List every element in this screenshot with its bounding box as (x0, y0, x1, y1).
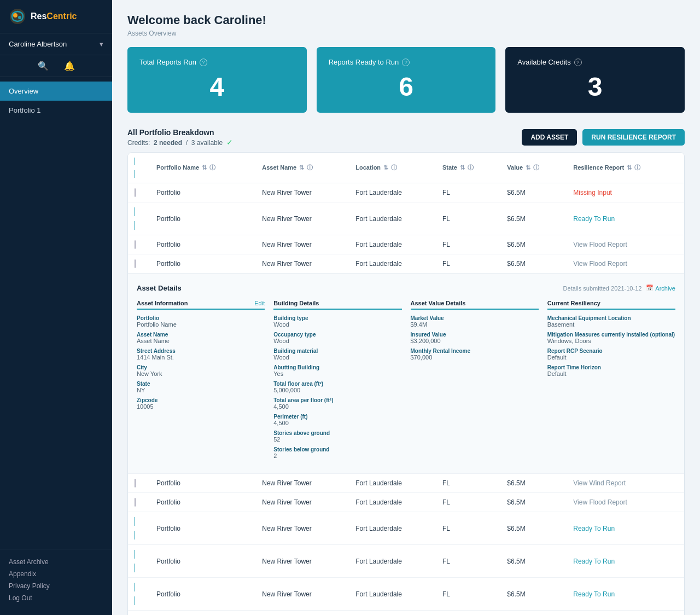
edit-asset-info[interactable]: Edit (254, 300, 265, 306)
row-checkbox[interactable] (135, 188, 136, 197)
cell-asset: New River Tower (255, 183, 349, 202)
run-report-button[interactable]: RUN RESILIENCE REPORT (582, 129, 685, 146)
table-header: Portfolio Name ⇅ ⓘ Asset Name ⇅ ⓘ Locati… (128, 153, 684, 183)
search-icon[interactable]: 🔍 (38, 61, 49, 71)
status-badge[interactable]: Ready To Run (573, 525, 615, 532)
row-checkbox[interactable] (135, 479, 136, 488)
sidebar-actions: 🔍 🔔 (0, 55, 112, 77)
portfolio-header: All Portfolio Breakdown Credits: 2 neede… (127, 128, 685, 147)
chevron-down-icon: ▾ (100, 40, 103, 48)
cell-location: Fort Lauderdale (349, 545, 436, 578)
cell-value: $6.5M (500, 545, 567, 578)
link-asset-archive[interactable]: Asset Archive (9, 558, 103, 566)
svg-point-1 (13, 13, 18, 18)
status-badge[interactable]: Ready To Run (573, 558, 615, 565)
cell-value: $6.5M (500, 474, 567, 493)
cell-state: FL (436, 493, 500, 512)
logo-icon (9, 8, 26, 25)
check-icon: ✓ (226, 138, 233, 147)
stat-cards: Total Reports Run ? 4 Reports Ready to R… (127, 47, 685, 113)
logo-text: ResCentric (31, 11, 77, 21)
table-row: Portfolio New River Tower Fort Lauderdal… (128, 611, 684, 616)
cell-asset: New River Tower (255, 474, 349, 493)
building-details-title: Building Details (273, 300, 319, 306)
bell-icon[interactable]: 🔔 (64, 61, 75, 71)
col-location: Location ⇅ ⓘ (349, 153, 436, 183)
link-appendix[interactable]: Appendix (9, 570, 103, 578)
asset-details-row: Asset Details Details submitted 2021-10-… (128, 274, 684, 474)
cell-value: $6.5M (500, 493, 567, 512)
cell-location: Fort Lauderdale (349, 235, 436, 254)
link-privacy-policy[interactable]: Privacy Policy (9, 582, 103, 590)
select-all-checkbox[interactable] (135, 158, 143, 178)
status-badge[interactable]: Missing Input (573, 189, 612, 196)
row-checkbox[interactable] (135, 240, 136, 249)
add-asset-button[interactable]: ADD ASSET (522, 129, 577, 146)
table-row: Portfolio New River Tower Fort Lauderdal… (128, 474, 684, 493)
svg-point-2 (18, 16, 21, 19)
logo: ResCentric (0, 0, 112, 33)
status-badge[interactable]: View Flood Report (573, 498, 627, 506)
stat-label-credits: Available Credits (517, 58, 570, 66)
cell-state: FL (436, 254, 500, 274)
cell-portfolio: Portfolio (150, 545, 255, 578)
portfolio-buttons: ADD ASSET RUN RESILIENCE REPORT (522, 129, 685, 146)
row-checkbox[interactable] (135, 517, 143, 539)
details-meta: Details submitted 2021-10-12 📅 Archive (563, 285, 675, 292)
asset-info-section: Asset Information Edit PortfolioPortfoli… (137, 300, 265, 463)
status-badge[interactable]: View Flood Report (573, 241, 627, 248)
cell-state: FL (436, 474, 500, 493)
sidebar-nav: Overview Portfolio 1 (0, 77, 112, 549)
table-row: Portfolio New River Tower Fort Lauderdal… (128, 545, 684, 578)
hint-icon-total[interactable]: ? (200, 59, 207, 66)
sidebar-item-overview[interactable]: Overview (0, 82, 112, 101)
cell-asset: New River Tower (255, 578, 349, 611)
credits-needed: 2 needed (154, 139, 182, 147)
details-grid: Asset Information Edit PortfolioPortfoli… (137, 300, 675, 463)
stat-value-total: 4 (139, 72, 295, 102)
cell-location: Fort Lauderdale (349, 578, 436, 611)
status-badge[interactable]: View Flood Report (573, 260, 627, 268)
stat-card-total-reports: Total Reports Run ? 4 (127, 47, 307, 113)
stat-label-ready: Reports Ready to Run (329, 58, 399, 66)
sidebar-item-portfolio1[interactable]: Portfolio 1 (0, 101, 112, 120)
row-checkbox[interactable] (135, 207, 143, 230)
cell-portfolio: Portfolio (150, 254, 255, 274)
cell-portfolio: Portfolio (150, 474, 255, 493)
col-portfolio: Portfolio Name ⇅ ⓘ (150, 153, 255, 183)
row-checkbox[interactable] (135, 259, 136, 268)
row-checkbox[interactable] (135, 498, 136, 507)
status-badge[interactable]: View Wind Report (573, 479, 626, 487)
cell-portfolio: Portfolio (150, 611, 255, 616)
cell-value: $6.5M (500, 202, 567, 235)
sidebar-bottom: Asset Archive Appendix Privacy Policy Lo… (0, 549, 112, 615)
cell-state: FL (436, 611, 500, 616)
portfolio-title: All Portfolio Breakdown (127, 128, 233, 137)
cell-location: Fort Lauderdale (349, 611, 436, 616)
row-checkbox[interactable] (135, 583, 143, 605)
welcome-title: Welcome back Caroline! (127, 13, 685, 27)
col-value: Value ⇅ ⓘ (500, 153, 567, 183)
status-badge[interactable]: Ready To Run (573, 590, 615, 598)
main-content: Welcome back Caroline! Assets Overview T… (112, 0, 700, 615)
hint-icon-ready[interactable]: ? (402, 59, 410, 66)
asset-details-panel: Asset Details Details submitted 2021-10-… (128, 274, 684, 473)
cell-asset: New River Tower (255, 611, 349, 616)
status-badge[interactable]: Ready To Run (573, 215, 615, 223)
table-row: Portfolio New River Tower Fort Lauderdal… (128, 183, 684, 202)
hint-icon-credits[interactable]: ? (574, 59, 582, 66)
table-row: Portfolio New River Tower Fort Lauderdal… (128, 202, 684, 235)
cell-portfolio: Portfolio (150, 512, 255, 545)
archive-link[interactable]: 📅 Archive (646, 285, 675, 292)
cell-state: FL (436, 235, 500, 254)
user-info[interactable]: Caroline Albertson ▾ (0, 33, 112, 55)
asset-value-section: Asset Value Details Market Value$9.4M In… (411, 300, 539, 463)
asset-value-title: Asset Value Details (411, 300, 466, 306)
stat-card-credits: Available Credits ? 3 (505, 47, 685, 113)
link-log-out[interactable]: Log Out (9, 594, 103, 602)
sidebar: ResCentric Caroline Albertson ▾ 🔍 🔔 Over… (0, 0, 112, 615)
asset-info-title: Asset Information (137, 300, 188, 306)
table-row: Portfolio New River Tower Fort Lauderdal… (128, 578, 684, 611)
row-checkbox[interactable] (135, 550, 143, 572)
credits-line: Credits: 2 needed / 3 available ✓ (127, 138, 233, 147)
